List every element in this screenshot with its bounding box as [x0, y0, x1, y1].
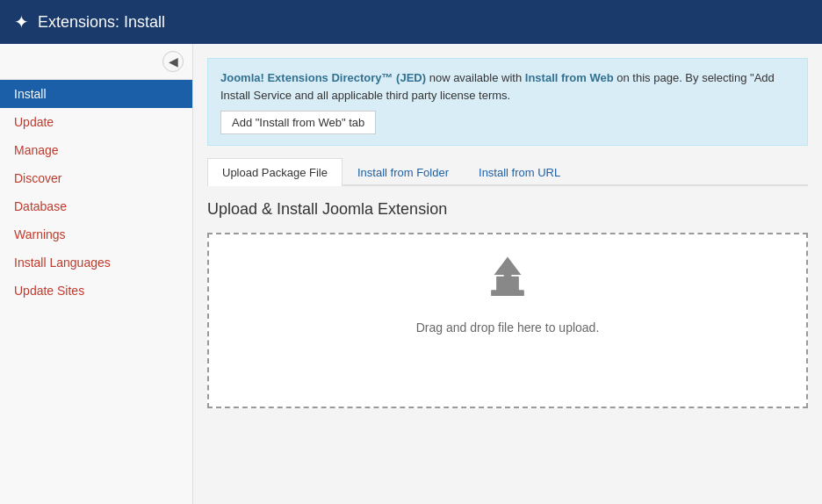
- sidebar-item-warnings[interactable]: Warnings: [0, 220, 192, 248]
- sidebar-item-database[interactable]: Database: [0, 192, 192, 220]
- alert-jed-text: Joomla! Extensions Directory™ (JED) now …: [220, 71, 775, 102]
- sidebar-item-install[interactable]: Install: [0, 80, 192, 108]
- page-title: Extensions: Install: [38, 13, 165, 32]
- sidebar-item-update[interactable]: Update: [0, 108, 192, 136]
- upload-hint-text: Drag and drop file here to upload.: [416, 320, 600, 335]
- alert-install-from-web: Install from Web: [525, 71, 614, 84]
- alert-banner: Joomla! Extensions Directory™ (JED) now …: [207, 58, 808, 146]
- upload-arrow-icon: [477, 254, 538, 306]
- main-content: Joomla! Extensions Directory™ (JED) now …: [193, 44, 822, 504]
- puzzle-icon: ✦: [14, 11, 29, 32]
- svg-rect-4: [491, 290, 524, 296]
- tab-install-from-folder[interactable]: Install from Folder: [342, 158, 464, 186]
- sidebar-collapse-area: ◀: [0, 44, 192, 80]
- app-header: ✦ Extensions: Install: [0, 0, 822, 44]
- tab-install-from-url[interactable]: Install from URL: [464, 158, 575, 186]
- svg-marker-5: [494, 256, 522, 277]
- sidebar-item-install-languages[interactable]: Install Languages: [0, 248, 192, 277]
- sidebar-collapse-button[interactable]: ◀: [162, 51, 184, 72]
- main-layout: ◀ Install Update Manage Discover Databas…: [0, 44, 822, 504]
- tabs-bar: Upload Package File Install from Folder …: [207, 156, 808, 186]
- section-title: Upload & Install Joomla Extension: [207, 200, 808, 219]
- sidebar-item-update-sites[interactable]: Update Sites: [0, 277, 192, 305]
- upload-dropzone[interactable]: Drag and drop file here to upload.: [207, 233, 808, 408]
- alert-jed-strong: Joomla! Extensions Directory™ (JED): [220, 71, 426, 84]
- tab-content-area: Upload & Install Joomla Extension Drag a…: [193, 186, 822, 422]
- tab-upload-package[interactable]: Upload Package File: [207, 158, 342, 186]
- sidebar-item-manage[interactable]: Manage: [0, 136, 192, 164]
- sidebar-item-discover[interactable]: Discover: [0, 164, 192, 192]
- sidebar: ◀ Install Update Manage Discover Databas…: [0, 44, 193, 504]
- add-install-from-web-button[interactable]: Add "Install from Web" tab: [220, 111, 376, 134]
